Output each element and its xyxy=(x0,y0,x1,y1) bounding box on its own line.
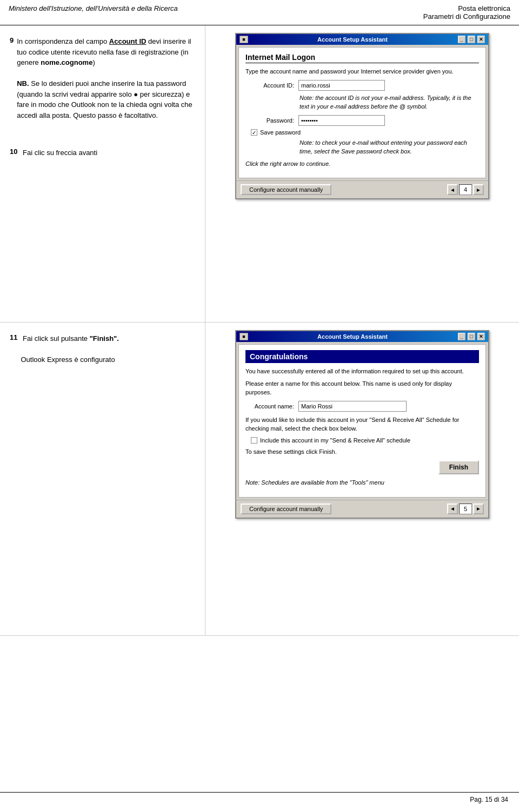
account-id-label: Account ID: xyxy=(245,82,294,89)
dialog-1-title: Account Setup Assistant xyxy=(248,36,457,43)
dialog-2-controls: _ □ ✕ xyxy=(457,333,485,340)
account-name-row: Account name: xyxy=(245,401,479,412)
configure-manually-btn-2[interactable]: Configure account manually xyxy=(241,504,331,514)
dialog-1-nav-next[interactable]: ► xyxy=(473,184,484,195)
dialog-2-icon: ■ xyxy=(239,333,248,340)
dialog-1-inner: Internet Mail Logon Type the account nam… xyxy=(238,47,486,178)
step-10-number: 10 xyxy=(10,147,17,164)
account-name-label: Account name: xyxy=(245,403,294,410)
dialog-1-section-title: Internet Mail Logon xyxy=(245,53,479,63)
page-number: Pag. 15 di 34 xyxy=(470,796,508,803)
page-footer: Pag. 15 di 34 xyxy=(0,792,519,803)
dialog-2: ■ Account Setup Assistant _ □ ✕ Congratu… xyxy=(235,330,489,519)
dialog-2-body1: You have successfully entered all of the… xyxy=(245,367,479,375)
step-11-text: Fai click sul pulsante "Finish". Outlook… xyxy=(21,333,118,365)
dialog-1-note2: Note: to check your e-mail without enter… xyxy=(300,139,479,156)
dialog-2-maximize-btn[interactable]: □ xyxy=(468,333,475,340)
dialog-1-titlebar: ■ Account Setup Assistant _ □ ✕ xyxy=(236,34,488,45)
step-9-number: 9 xyxy=(10,36,14,126)
dialog-2-close-btn[interactable]: ✕ xyxy=(477,333,485,340)
password-input[interactable] xyxy=(298,115,385,126)
account-id-row: Account ID: xyxy=(245,80,479,91)
finish-button[interactable]: Finish xyxy=(438,460,479,474)
dialog-1-note1: Note: the account ID is not your e-mail … xyxy=(300,94,479,111)
dialog-1-maximize-btn[interactable]: □ xyxy=(468,36,475,43)
dialog-1-nav: ◄ 4 ► xyxy=(447,184,484,195)
step-11-number: 11 xyxy=(10,333,17,371)
account-id-input[interactable] xyxy=(298,80,385,91)
account-name-input[interactable] xyxy=(298,401,407,412)
dialog-2-minimize-btn[interactable]: _ xyxy=(458,333,465,340)
dialog-1: ■ Account Setup Assistant _ □ ✕ Internet… xyxy=(235,33,489,199)
dialog-2-nav-prev[interactable]: ◄ xyxy=(447,504,458,514)
dialog-2-body2: Please enter a name for this account bel… xyxy=(245,380,479,397)
save-password-label: Save password xyxy=(260,129,301,136)
dialog-2-body3: If you would like to include this accoun… xyxy=(245,416,479,433)
dialog-1-body-text: Type the account name and password your … xyxy=(245,68,479,76)
dialog-2-save-text: To save these settings click Finish. xyxy=(245,448,479,456)
dialog-2-titlebar: ■ Account Setup Assistant _ □ ✕ xyxy=(236,331,488,342)
dialog-1-page-number: 4 xyxy=(459,184,472,195)
dialog-1-instruction: Click the right arrow to continue. xyxy=(245,160,479,168)
dialog-1-footer: Configure account manually ◄ 4 ► xyxy=(236,180,488,198)
dialog-2-nav-next[interactable]: ► xyxy=(473,504,484,514)
section-2-right: ■ Account Setup Assistant _ □ ✕ Congratu… xyxy=(205,323,519,635)
section-1-left: 9 In corrispondenza del campo Account ID… xyxy=(0,25,205,322)
step-10-text: Fai clic su freccia avanti xyxy=(21,147,97,158)
password-label: Password: xyxy=(245,117,294,124)
dialog-2-title: Account Setup Assistant xyxy=(248,333,457,340)
include-schedule-row: Include this account in my "Send & Recei… xyxy=(251,437,479,444)
dialog-1-icon: ■ xyxy=(239,36,248,43)
include-schedule-checkbox[interactable] xyxy=(251,437,257,444)
congratulations-title: Congratulations xyxy=(245,350,479,363)
document-title: Posta elettronica Parametri di Configura… xyxy=(423,4,510,21)
dialog-2-nav: ◄ 5 ► xyxy=(447,504,484,514)
dialog-1-controls: _ □ ✕ xyxy=(457,36,485,43)
section-2-left: 11 Fai click sul pulsante "Finish". Outl… xyxy=(0,323,205,635)
dialog-1-minimize-btn[interactable]: _ xyxy=(458,36,465,43)
dialog-1-nav-prev[interactable]: ◄ xyxy=(447,184,458,195)
dialog-2-footer: Configure account manually ◄ 5 ► xyxy=(236,500,488,518)
dialog-2-inner: Congratulations You have successfully en… xyxy=(238,344,486,498)
dialog-1-close-btn[interactable]: ✕ xyxy=(477,36,485,43)
page-header: Ministero dell'Istruzione, dell'Universi… xyxy=(0,0,519,25)
section-1-row: 9 In corrispondenza del campo Account ID… xyxy=(0,25,519,323)
section-1-right: ■ Account Setup Assistant _ □ ✕ Internet… xyxy=(205,25,519,322)
dialog-2-note: Note: Schedules are available from the "… xyxy=(245,479,479,487)
section-2-row: 11 Fai click sul pulsante "Finish". Outl… xyxy=(0,323,519,636)
password-row: Password: xyxy=(245,115,479,126)
include-schedule-label: Include this account in my "Send & Recei… xyxy=(260,437,410,444)
institution-name: Ministero dell'Istruzione, dell'Universi… xyxy=(9,4,178,12)
dialog-2-page-number: 5 xyxy=(459,504,472,514)
step-9-text: In corrispondenza del campo Account ID d… xyxy=(17,36,195,120)
save-password-row: ✓ Save password xyxy=(251,129,479,136)
configure-manually-btn-1[interactable]: Configure account manually xyxy=(241,184,331,195)
save-password-checkbox[interactable]: ✓ xyxy=(251,129,257,136)
